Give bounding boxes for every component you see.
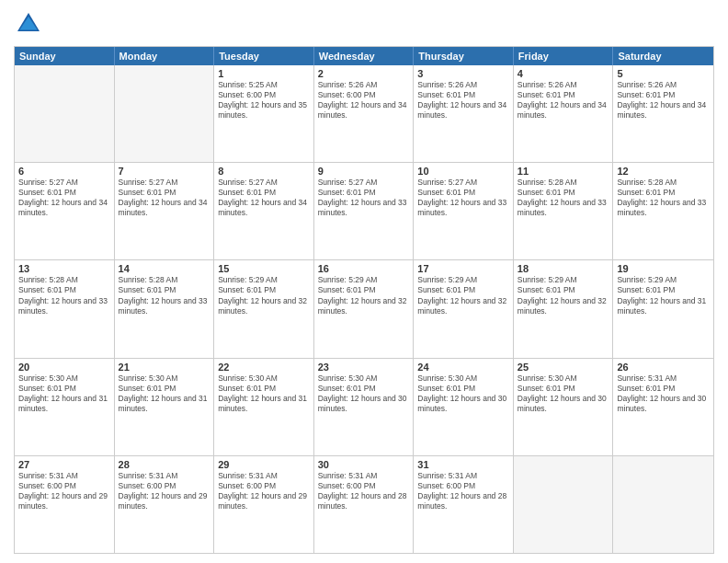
day-number: 27 [18,459,110,470]
calendar-cell: 25Sunrise: 5:30 AM Sunset: 6:01 PM Dayli… [514,359,614,455]
day-info: Sunrise: 5:31 AM Sunset: 6:00 PM Dayligh… [318,471,410,511]
calendar-cell: 3Sunrise: 5:26 AM Sunset: 6:01 PM Daylig… [414,65,514,162]
day-number: 16 [318,263,410,274]
day-number: 19 [617,263,710,274]
day-info: Sunrise: 5:27 AM Sunset: 6:01 PM Dayligh… [119,178,210,218]
day-info: Sunrise: 5:27 AM Sunset: 6:01 PM Dayligh… [318,178,410,218]
calendar-cell: 7Sunrise: 5:27 AM Sunset: 6:01 PM Daylig… [115,163,215,259]
calendar-cell: 15Sunrise: 5:29 AM Sunset: 6:01 PM Dayli… [214,260,314,357]
calendar-cell: 6Sunrise: 5:27 AM Sunset: 6:01 PM Daylig… [15,163,115,259]
calendar-cell: 31Sunrise: 5:31 AM Sunset: 6:00 PM Dayli… [414,456,514,553]
calendar-cell: 23Sunrise: 5:30 AM Sunset: 6:01 PM Dayli… [314,359,415,455]
calendar-cell: 16Sunrise: 5:29 AM Sunset: 6:01 PM Dayli… [314,260,415,357]
calendar-cell: 11Sunrise: 5:28 AM Sunset: 6:01 PM Dayli… [514,163,614,259]
day-number: 29 [218,459,310,470]
calendar: SundayMondayTuesdayWednesdayThursdayFrid… [14,46,714,554]
calendar-cell: 24Sunrise: 5:30 AM Sunset: 6:01 PM Dayli… [414,359,514,455]
calendar-cell: 19Sunrise: 5:29 AM Sunset: 6:01 PM Dayli… [613,260,713,357]
day-info: Sunrise: 5:30 AM Sunset: 6:01 PM Dayligh… [417,373,509,414]
calendar-cell [15,65,115,162]
day-number: 24 [417,362,509,373]
day-number: 6 [18,166,110,177]
day-info: Sunrise: 5:29 AM Sunset: 6:01 PM Dayligh… [417,275,509,316]
logo-icon [14,9,43,39]
day-info: Sunrise: 5:29 AM Sunset: 6:01 PM Dayligh… [318,275,410,316]
calendar-cell: 21Sunrise: 5:30 AM Sunset: 6:01 PM Dayli… [115,359,215,455]
day-number: 11 [518,166,609,177]
day-number: 18 [518,263,609,274]
calendar-cell: 10Sunrise: 5:27 AM Sunset: 6:01 PM Dayli… [414,163,514,259]
day-info: Sunrise: 5:30 AM Sunset: 6:01 PM Dayligh… [18,373,110,414]
day-info: Sunrise: 5:31 AM Sunset: 6:00 PM Dayligh… [218,471,310,511]
calendar-header: SundayMondayTuesdayWednesdayThursdayFrid… [15,47,713,65]
calendar-cell: 1Sunrise: 5:25 AM Sunset: 6:00 PM Daylig… [214,65,314,162]
calendar-row-3: 13Sunrise: 5:28 AM Sunset: 6:01 PM Dayli… [15,259,713,357]
header-day-friday: Friday [514,47,614,65]
day-number: 22 [218,362,310,373]
day-info: Sunrise: 5:31 AM Sunset: 6:01 PM Dayligh… [617,373,710,414]
day-number: 23 [318,362,410,373]
calendar-cell: 13Sunrise: 5:28 AM Sunset: 6:01 PM Dayli… [15,260,115,357]
header [14,9,714,39]
day-info: Sunrise: 5:27 AM Sunset: 6:01 PM Dayligh… [18,178,110,218]
day-number: 5 [617,68,710,79]
calendar-cell: 9Sunrise: 5:27 AM Sunset: 6:01 PM Daylig… [314,163,415,259]
calendar-cell: 30Sunrise: 5:31 AM Sunset: 6:00 PM Dayli… [314,456,415,553]
day-info: Sunrise: 5:26 AM Sunset: 6:01 PM Dayligh… [518,80,609,121]
calendar-cell: 27Sunrise: 5:31 AM Sunset: 6:00 PM Dayli… [15,456,115,553]
calendar-cell: 17Sunrise: 5:29 AM Sunset: 6:01 PM Dayli… [414,260,514,357]
calendar-cell [115,65,215,162]
calendar-cell: 22Sunrise: 5:30 AM Sunset: 6:01 PM Dayli… [214,359,314,455]
day-info: Sunrise: 5:26 AM Sunset: 6:00 PM Dayligh… [318,80,410,121]
day-number: 31 [417,459,509,470]
calendar-cell: 5Sunrise: 5:26 AM Sunset: 6:01 PM Daylig… [613,65,713,162]
day-info: Sunrise: 5:28 AM Sunset: 6:01 PM Dayligh… [617,178,710,218]
calendar-cell: 12Sunrise: 5:28 AM Sunset: 6:01 PM Dayli… [613,163,713,259]
day-info: Sunrise: 5:30 AM Sunset: 6:01 PM Dayligh… [218,373,310,414]
day-number: 7 [119,166,210,177]
day-info: Sunrise: 5:28 AM Sunset: 6:01 PM Dayligh… [119,275,210,316]
day-number: 17 [417,263,509,274]
day-number: 20 [18,362,110,373]
day-number: 15 [218,263,310,274]
calendar-row-2: 6Sunrise: 5:27 AM Sunset: 6:01 PM Daylig… [15,162,713,259]
calendar-cell: 26Sunrise: 5:31 AM Sunset: 6:01 PM Dayli… [613,359,713,455]
day-info: Sunrise: 5:26 AM Sunset: 6:01 PM Dayligh… [417,80,509,121]
day-info: Sunrise: 5:30 AM Sunset: 6:01 PM Dayligh… [119,373,210,414]
day-info: Sunrise: 5:28 AM Sunset: 6:01 PM Dayligh… [18,275,110,316]
calendar-cell: 20Sunrise: 5:30 AM Sunset: 6:01 PM Dayli… [15,359,115,455]
header-day-thursday: Thursday [414,47,514,65]
calendar-row-1: 1Sunrise: 5:25 AM Sunset: 6:00 PM Daylig… [15,65,713,162]
day-number: 13 [18,263,110,274]
calendar-cell: 4Sunrise: 5:26 AM Sunset: 6:01 PM Daylig… [514,65,614,162]
day-number: 12 [617,166,710,177]
day-info: Sunrise: 5:29 AM Sunset: 6:01 PM Dayligh… [218,275,310,316]
day-number: 2 [318,68,410,79]
day-number: 28 [119,459,210,470]
day-number: 8 [218,166,310,177]
day-info: Sunrise: 5:30 AM Sunset: 6:01 PM Dayligh… [318,373,410,414]
day-info: Sunrise: 5:29 AM Sunset: 6:01 PM Dayligh… [617,275,710,316]
header-day-wednesday: Wednesday [314,47,415,65]
calendar-cell: 18Sunrise: 5:29 AM Sunset: 6:01 PM Dayli… [514,260,614,357]
day-info: Sunrise: 5:25 AM Sunset: 6:00 PM Dayligh… [218,80,310,121]
header-day-saturday: Saturday [613,47,713,65]
day-number: 1 [218,68,310,79]
day-number: 21 [119,362,210,373]
calendar-row-4: 20Sunrise: 5:30 AM Sunset: 6:01 PM Dayli… [15,358,713,455]
calendar-cell: 14Sunrise: 5:28 AM Sunset: 6:01 PM Dayli… [115,260,215,357]
day-info: Sunrise: 5:31 AM Sunset: 6:00 PM Dayligh… [119,471,210,511]
calendar-cell [514,456,614,553]
day-number: 10 [417,166,509,177]
calendar-body: 1Sunrise: 5:25 AM Sunset: 6:00 PM Daylig… [15,65,713,553]
logo [14,9,47,39]
day-info: Sunrise: 5:28 AM Sunset: 6:01 PM Dayligh… [518,178,609,218]
header-day-sunday: Sunday [15,47,115,65]
calendar-cell: 8Sunrise: 5:27 AM Sunset: 6:01 PM Daylig… [214,163,314,259]
day-info: Sunrise: 5:31 AM Sunset: 6:00 PM Dayligh… [417,471,509,511]
header-day-monday: Monday [115,47,215,65]
calendar-cell [613,456,713,553]
calendar-cell: 29Sunrise: 5:31 AM Sunset: 6:00 PM Dayli… [214,456,314,553]
calendar-cell: 2Sunrise: 5:26 AM Sunset: 6:00 PM Daylig… [314,65,415,162]
day-number: 4 [518,68,609,79]
